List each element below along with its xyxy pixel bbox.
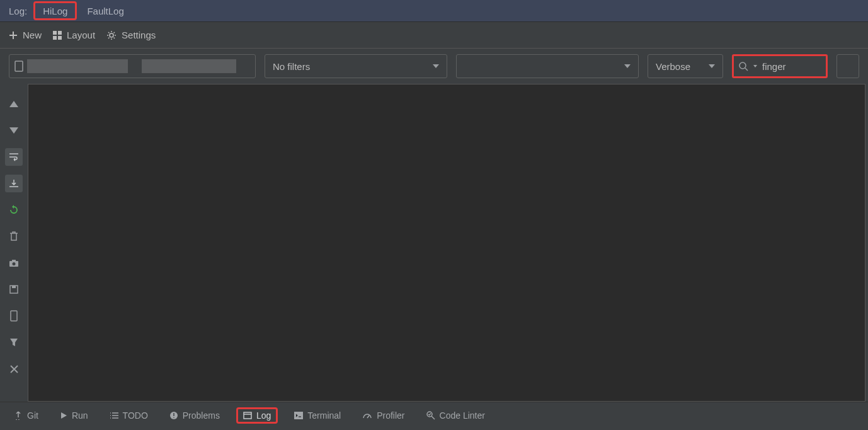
filter-dropdown-label: No filters [273,61,310,72]
new-label: New [23,30,42,40]
filter-dropdown[interactable]: No filters [265,54,447,78]
bottom-problems-label: Problems [183,410,220,421]
play-icon [60,412,67,419]
gauge-icon [362,412,372,419]
settings-label: Settings [122,30,156,40]
bottom-run-label: Run [72,410,88,421]
search-box[interactable] [732,54,828,78]
svg-rect-14 [244,412,251,419]
search-icon [739,62,748,71]
log-label: Log: [9,6,27,16]
svg-rect-9 [12,260,16,262]
svg-rect-12 [11,311,17,321]
device-selector[interactable] [9,54,256,78]
scroll-end-icon [9,179,19,188]
svg-rect-2 [53,36,57,40]
layout-label: Layout [67,30,95,40]
gear-icon [106,30,117,40]
layout-button[interactable]: Layout [53,30,95,40]
bottom-profiler-label: Profiler [377,410,404,421]
close-icon [10,365,18,373]
svg-rect-15 [294,412,303,419]
chevron-down-icon [709,64,715,68]
svg-point-4 [110,33,113,37]
trash-icon [9,231,18,241]
svg-rect-1 [58,31,62,35]
svg-rect-3 [58,36,62,40]
restart-button[interactable] [5,201,23,219]
bottom-problems[interactable]: Problems [164,408,225,423]
bottom-git-label: Git [27,410,38,421]
search-extra[interactable] [837,54,859,78]
svg-point-8 [13,262,16,265]
warning-icon [169,411,178,420]
terminal-icon [294,412,303,419]
trash-button[interactable] [5,228,23,245]
chevron-down-icon [433,64,439,68]
camera-icon [9,259,19,267]
bottom-todo[interactable]: TODO [105,408,153,423]
bottom-terminal[interactable]: Terminal [289,408,346,423]
bottom-terminal-label: Terminal [307,410,341,421]
funnel-icon [9,338,18,347]
log-content-area[interactable] [28,84,865,402]
svg-rect-5 [15,61,23,71]
bottom-git[interactable]: Git [9,408,43,423]
svg-point-6 [740,62,746,69]
blurred-content [27,59,128,73]
device-icon [14,61,23,72]
layout-icon [53,31,62,40]
bottom-bar: Git Run TODO Problems Log Terminal Profi… [0,402,868,428]
filter-row: No filters Verbose [0,49,868,84]
new-button[interactable]: New [9,30,42,40]
bottom-profiler[interactable]: Profiler [357,408,409,423]
scroll-up-button[interactable] [5,95,23,113]
main-area [0,84,868,402]
toolbar: New Layout Settings [0,22,868,49]
svg-rect-0 [53,31,57,35]
phone-icon [10,310,18,322]
blurred-content [142,59,236,73]
search-input[interactable] [762,61,819,72]
settings-button[interactable]: Settings [106,30,156,40]
plus-icon [9,31,18,40]
bottom-run[interactable]: Run [55,408,93,423]
close-button[interactable] [5,360,23,378]
svg-rect-11 [12,286,16,288]
level-dropdown-label: Verbose [656,61,690,72]
linter-icon [426,411,435,420]
bottom-log-label: Log [256,410,271,421]
tab-hilog-label: HiLog [43,6,67,16]
wrap-button[interactable] [5,148,23,166]
bottom-log[interactable]: Log [236,407,278,424]
chevron-down-icon [624,64,631,68]
triangle-down-icon [9,127,18,134]
tab-faultlog-label: FaultLog [87,6,123,16]
left-toolbar [0,84,28,402]
tab-faultlog[interactable]: FaultLog [79,0,131,21]
tab-hilog[interactable]: HiLog [33,1,77,20]
bottom-todo-label: TODO [123,410,148,421]
scroll-end-button[interactable] [5,175,23,192]
filter-button[interactable] [5,334,23,351]
log-tabs-bar: Log: HiLog FaultLog [0,0,868,22]
triangle-up-icon [9,101,18,107]
screenshot-button[interactable] [5,254,23,272]
level-dropdown[interactable]: Verbose [648,54,723,78]
log-icon [243,411,252,420]
scroll-down-button[interactable] [5,122,23,139]
process-dropdown[interactable] [456,54,639,78]
wrap-icon [9,153,19,161]
git-icon [14,411,23,420]
save-button[interactable] [5,281,23,298]
save-icon [9,285,18,294]
restart-icon [9,205,19,215]
list-icon [110,412,118,419]
bottom-linter-label: Code Linter [440,410,485,421]
device-button[interactable] [5,307,23,325]
bottom-linter[interactable]: Code Linter [421,408,490,423]
search-chevron-icon [753,65,757,67]
